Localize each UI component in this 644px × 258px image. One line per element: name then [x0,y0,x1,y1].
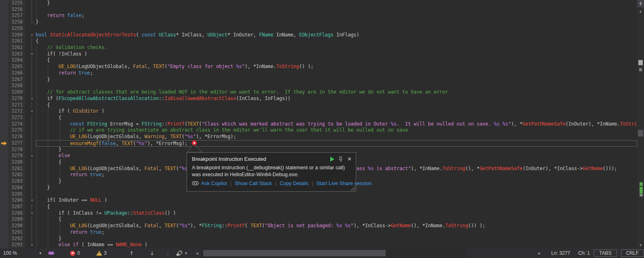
line-number[interactable]: 3292 [8,236,25,242]
code-line[interactable]: 3265 UE_LOG(LogUObjectGlobals, Fatal, TE… [0,64,637,70]
pin-icon[interactable] [338,156,343,162]
eol-status[interactable]: CRLF [621,249,644,257]
line-number[interactable]: 3280 [8,159,25,166]
line-number[interactable]: 3269 [8,89,25,96]
horizontal-scrollbar-thumb[interactable] [203,250,386,256]
line-number[interactable]: 3265 [8,64,25,70]
continue-execution-icon[interactable] [330,157,334,162]
line-number[interactable]: 3263 [8,51,25,58]
line-number[interactable]: 3266 [8,70,25,77]
breakpoint-margin[interactable] [0,13,8,19]
code-line[interactable]: 3260∨bool StaticAllocateObjectErrorTests… [0,32,637,38]
breakpoint-margin[interactable] [0,38,8,45]
line-number[interactable]: 3275 [8,127,25,134]
vertical-scrollbar-thumb[interactable] [638,130,643,136]
code-line[interactable]: 3269 // for abstract classes that are be… [0,89,637,96]
fold-chevron-icon[interactable]: ∨ [28,153,36,159]
code-text[interactable] [36,6,637,13]
code-line[interactable]: 3288∨ if ( InClass != UPackage::StaticCl… [0,210,637,217]
code-text[interactable]: if (FScopedAllowAbstractClassAllocation:… [36,96,637,102]
code-text[interactable]: } [36,77,637,83]
line-number[interactable]: 3259 [8,26,25,32]
line-number[interactable]: 3268 [8,83,25,89]
code-line[interactable]: 3286∨ if( InOuter == NULL ) [0,197,637,204]
code-cleanup-button[interactable]: ▾ [176,250,187,256]
line-number[interactable]: 3274 [8,121,25,128]
code-line[interactable]: 3293∨ else if ( InName == NAME_None ) [0,242,637,248]
breakpoint-margin[interactable] [0,210,8,217]
breakpoint-margin[interactable] [0,6,8,13]
code-text[interactable]: return false; [36,13,637,19]
breakpoint-margin[interactable] [0,121,8,128]
resize-grip-icon[interactable] [351,187,355,190]
breakpoint-margin[interactable] [0,229,8,236]
breakpoint-margin[interactable] [0,83,8,89]
code-line[interactable]: 3289 { [0,216,637,223]
code-line[interactable]: 3274 const FString ErrorMsg = FString::P… [0,121,637,128]
code-text[interactable]: { [36,38,637,45]
line-number[interactable]: 3282 [8,172,25,178]
breakpoint-margin[interactable] [0,134,8,140]
breakpoint-margin[interactable] [0,178,8,185]
code-line[interactable]: 3261{ [0,38,637,45]
code-line[interactable]: 3292 } [0,236,637,242]
code-text[interactable] [36,26,637,32]
line-number[interactable]: 3271 [8,102,25,109]
scroll-up-icon[interactable]: ▲ [637,10,644,13]
breakpoint-margin[interactable] [0,242,8,248]
code-line[interactable]: 3277 ensureMsgf(false, TEXT("%s"), *Erro… [0,140,637,147]
link-show-call-stack[interactable]: Show Call Stack [235,181,272,186]
code-text[interactable]: ensureMsgf(false, TEXT("%s"), *ErrorMsg)… [36,140,637,147]
code-text[interactable] [36,83,637,89]
code-line[interactable]: 3278 } [0,147,637,153]
breakpoint-margin[interactable] [0,45,8,51]
line-number[interactable]: 3291 [8,229,25,236]
breakpoint-margin[interactable] [0,153,8,159]
fold-chevron-icon[interactable]: ∨ [28,32,36,38]
code-line[interactable]: 3271 { [0,102,637,109]
breakpoint-margin[interactable] [0,70,8,77]
line-number[interactable]: 3276 [8,134,25,140]
code-line[interactable]: 3287 { [0,204,637,210]
code-line[interactable]: 3267 } [0,77,637,83]
line-number[interactable]: 3278 [8,147,25,153]
line-number[interactable]: 3264 [8,57,25,64]
breakpoint-margin[interactable] [0,204,8,210]
breakpoint-margin[interactable] [0,108,8,115]
breakpoint-margin[interactable] [0,223,8,229]
code-line[interactable]: 3266 return true; [0,70,637,77]
code-text[interactable]: } [36,0,637,6]
breakpoint-margin[interactable] [0,147,8,153]
fold-chevron-icon[interactable]: ∨ [28,96,36,102]
code-text[interactable]: UE_LOG(LogUObjectGlobals, Fatal, TEXT("%… [36,223,637,229]
line-number[interactable]: 3281 [8,166,25,172]
code-text[interactable]: { [36,204,637,210]
code-line[interactable]: 3268 [0,83,637,89]
code-line[interactable]: 3256 [0,6,637,13]
code-text[interactable]: // Validation checks. [36,45,637,51]
code-editor[interactable]: 3255 }32563257 return false;3258}3259326… [0,0,637,248]
fold-chevron-icon[interactable]: ∨ [28,242,36,248]
breakpoint-margin[interactable] [0,197,8,204]
code-line[interactable]: 3273 { [0,115,637,121]
line-number[interactable]: 3267 [8,77,25,83]
line-number[interactable]: 3283 [8,178,25,185]
breakpoint-margin[interactable] [0,96,8,102]
code-line[interactable]: 3258} [0,19,637,26]
code-line[interactable]: 3270∨ if (FScopedAllowAbstractClassAlloc… [0,96,637,102]
code-text[interactable]: if( !InClass ) [36,51,637,58]
code-line[interactable]: 3262 // Validation checks. [0,45,637,51]
breakpoint-margin[interactable] [0,172,8,178]
link-copy-details[interactable]: Copy Details [280,181,308,186]
code-text[interactable]: if ( InClass != UPackage::StaticClass() … [36,210,637,217]
column-status[interactable]: Ch: 1 [578,250,590,256]
code-text[interactable]: bool StaticAllocateObjectErrorTests( con… [36,32,637,38]
code-text[interactable]: return true; [36,229,637,236]
code-text[interactable] [36,191,637,198]
code-text[interactable]: UE_LOG(LogUObjectGlobals, Warning, TEXT(… [36,134,637,140]
code-text[interactable]: { [36,57,637,64]
line-number[interactable]: 3261 [8,38,25,45]
line-number[interactable]: 3290 [8,223,25,229]
link-ask-copilot[interactable]: Ask Copilot [192,181,227,186]
previous-issue-icon[interactable]: ↑ [129,250,134,256]
